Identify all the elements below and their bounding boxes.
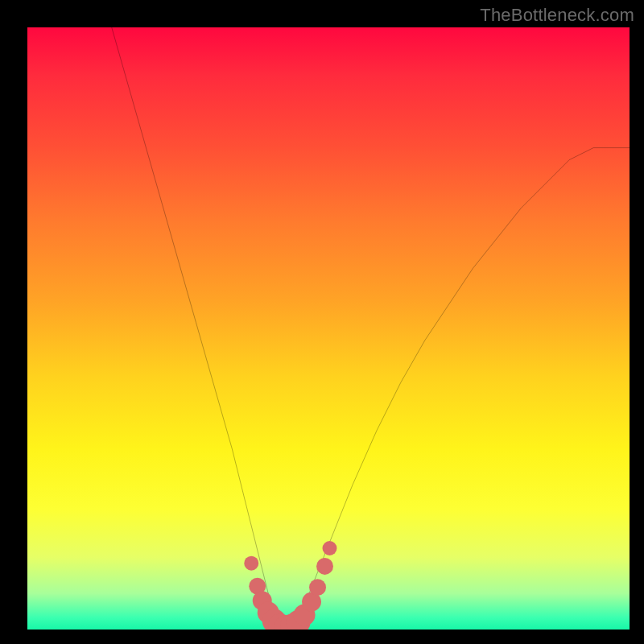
marker-dot bbox=[316, 558, 333, 575]
bottleneck-curve bbox=[112, 27, 630, 627]
watermark-text: TheBottleneck.com bbox=[480, 5, 634, 26]
chart-svg bbox=[27, 27, 630, 630]
marker-dot bbox=[323, 541, 337, 555]
plot-area bbox=[27, 27, 630, 630]
marker-dot bbox=[309, 579, 326, 596]
marker-dot bbox=[244, 556, 258, 571]
chart-frame: TheBottleneck.com bbox=[0, 0, 644, 644]
highlight-dots bbox=[244, 541, 336, 630]
